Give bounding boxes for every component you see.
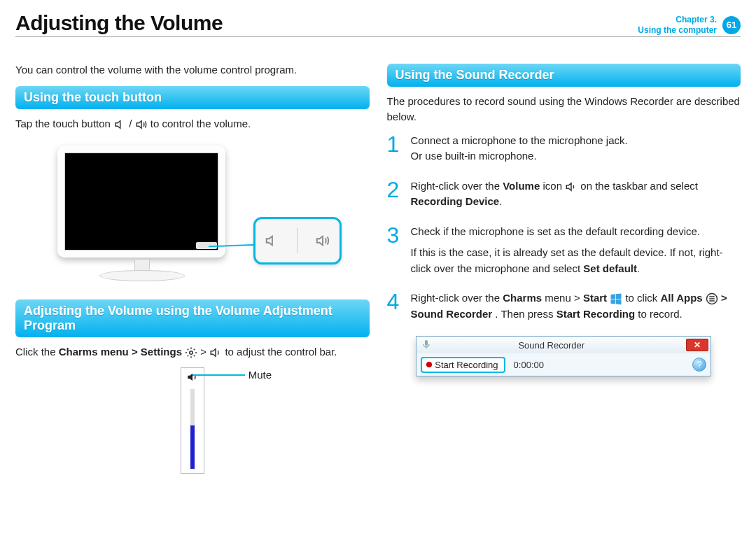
record-dot-icon xyxy=(426,362,432,367)
recorder-time: 0:00:00 xyxy=(514,360,544,370)
mute-pointer xyxy=(192,374,245,376)
volume-icon xyxy=(209,346,222,359)
recorder-title: Sound Recorder xyxy=(416,340,686,351)
close-button[interactable]: ✕ xyxy=(686,339,708,351)
intro-text: You can control the volume with the volu… xyxy=(15,62,370,78)
sound-recorder-window: Sound Recorder ✕ Start Recording 0:00:00… xyxy=(416,336,711,376)
step-number: 3 xyxy=(387,224,402,277)
page-header: Adjusting the Volume Chapter 3. Using th… xyxy=(15,0,741,37)
touch-button-text: Tap the touch button / to control the vo… xyxy=(15,116,370,132)
mute-label: Mute xyxy=(248,369,272,381)
volume-slider[interactable] xyxy=(181,367,204,474)
right-column: Using the Sound Recorder The procedures … xyxy=(387,58,741,522)
charms-text: Click the Charms menu > Settings > to ad… xyxy=(15,344,370,360)
section-touch-button: Using the touch button xyxy=(15,86,370,109)
settings-gear-icon xyxy=(185,346,197,359)
touch-buttons-callout xyxy=(253,217,342,265)
recorder-titlebar: Sound Recorder ✕ xyxy=(416,337,710,353)
step-4: 4 Right-click over the Charms menu > Sta… xyxy=(387,290,741,322)
step-number: 1 xyxy=(387,133,402,164)
chapter-block: Chapter 3. Using the computer 61 xyxy=(638,15,741,35)
recorder-body: Start Recording 0:00:00 ? xyxy=(416,353,710,376)
svg-point-0 xyxy=(190,351,193,354)
all-apps-icon xyxy=(706,292,718,305)
page-title: Adjusting the Volume xyxy=(15,11,223,35)
speaker-icon xyxy=(186,371,199,383)
monitor-stand-base xyxy=(99,270,185,281)
chapter-line2: Using the computer xyxy=(638,25,717,35)
step-2: 2 Right-click over the Volume icon on th… xyxy=(387,178,741,210)
left-column: You can control the volume with the volu… xyxy=(15,58,370,522)
chapter-line1: Chapter 3. xyxy=(638,15,717,24)
figure-volume-slider: Mute xyxy=(15,367,370,479)
microphone-icon xyxy=(421,339,432,350)
step-1: 1 Connect a microphone to the microphone… xyxy=(387,133,741,164)
volume-down-icon xyxy=(264,233,279,248)
volume-taskbar-icon xyxy=(565,181,578,193)
volume-up-icon xyxy=(135,118,148,131)
step-3: 3 Check if the microphone is set as the … xyxy=(387,224,741,277)
svg-rect-2 xyxy=(425,340,428,346)
help-button[interactable]: ? xyxy=(692,358,706,372)
section-volume-program: Adjusting the Volume using the Volume Ad… xyxy=(15,299,370,337)
figure-monitor xyxy=(15,140,370,294)
windows-start-icon xyxy=(610,292,622,305)
step-number: 2 xyxy=(387,178,402,210)
volume-up-icon xyxy=(315,233,330,248)
slider-fill xyxy=(190,425,195,470)
monitor-bezel xyxy=(57,146,225,258)
step-number: 4 xyxy=(387,290,402,322)
start-recording-button[interactable]: Start Recording xyxy=(421,357,505,373)
recorder-intro: The procedures to record sound using the… xyxy=(387,94,741,125)
slider-track xyxy=(190,389,195,469)
volume-down-icon xyxy=(113,118,126,131)
page-number: 61 xyxy=(722,16,741,34)
section-sound-recorder: Using the Sound Recorder xyxy=(387,64,741,87)
